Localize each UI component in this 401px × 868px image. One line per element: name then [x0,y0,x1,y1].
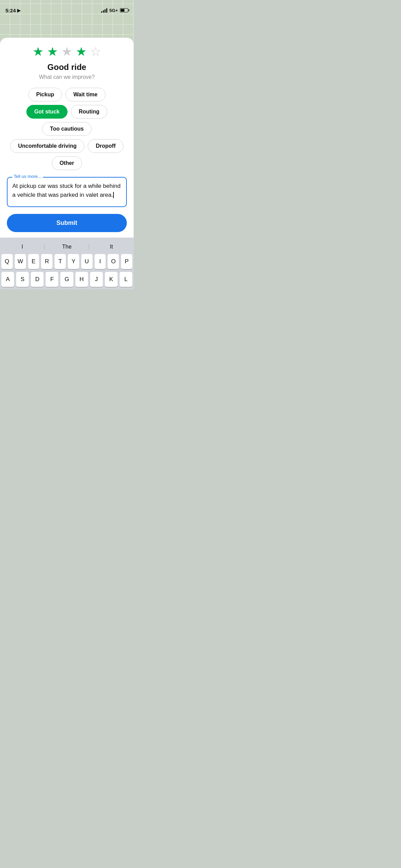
feedback-textarea-container[interactable]: Tell us more... At pickup car was stuck … [7,177,127,207]
key-q[interactable]: Q [1,254,13,269]
chip-wait-time[interactable]: Wait time [65,88,106,101]
star-2[interactable]: ★ [47,45,58,59]
chip-uncomfortable-driving[interactable]: Uncomfortable driving [10,139,85,153]
submit-button[interactable]: Submit [7,214,127,232]
key-d[interactable]: D [31,272,44,287]
keyboard: I The It Q W E R T Y U I O P A S [0,238,134,289]
chip-got-stuck[interactable]: Got stuck [26,105,68,119]
battery-icon [120,8,128,12]
key-r[interactable]: R [41,254,52,269]
suggestion-i[interactable]: I [0,242,45,251]
chip-too-cautious[interactable]: Too cautious [42,122,92,136]
star-1[interactable]: ★ [33,45,44,59]
key-w[interactable]: W [15,254,26,269]
suggestions-row: I The It [0,240,134,254]
status-time: 5:24 ▶ [5,8,21,13]
chip-pickup[interactable]: Pickup [28,88,62,101]
location-icon: ▶ [17,8,21,13]
key-f[interactable]: F [46,272,58,287]
key-row-2: A S D F G H J K L [1,272,132,287]
chip-dropoff[interactable]: Dropoff [88,139,123,153]
suggestion-it[interactable]: It [89,242,134,251]
chip-routing[interactable]: Routing [71,105,107,119]
network-label: 5G+ [109,8,118,13]
bottom-sheet: ★ ★ ★ ★ ☆ Good ride What can we improve?… [0,38,134,289]
textarea-label: Tell us more... [12,174,43,179]
suggestion-the[interactable]: The [45,242,89,251]
signal-bars [101,8,107,13]
key-t[interactable]: T [54,254,66,269]
key-k[interactable]: K [105,272,118,287]
key-p[interactable]: P [121,254,132,269]
star-4[interactable]: ★ [76,45,87,59]
key-y[interactable]: Y [68,254,79,269]
key-a[interactable]: A [1,272,14,287]
key-j[interactable]: J [90,272,103,287]
textarea-content[interactable]: At pickup car was stuck for a while behi… [12,182,121,202]
key-rows: Q W E R T Y U I O P A S D F G H J K [0,254,134,289]
key-u[interactable]: U [81,254,93,269]
rating-title: Good ride [0,62,134,72]
star-5[interactable]: ☆ [90,45,101,59]
status-indicators: 5G+ [101,8,128,13]
chips-container: Pickup Wait time Got stuck Routing Too c… [0,88,134,170]
time-label: 5:24 [5,8,16,13]
rating-subtitle: What can we improve? [0,74,134,80]
key-s[interactable]: S [16,272,29,287]
status-bar: 5:24 ▶ 5G+ [0,0,134,16]
chip-other[interactable]: Other [52,156,82,170]
key-e[interactable]: E [28,254,39,269]
star-3[interactable]: ★ [61,45,72,59]
key-o[interactable]: O [108,254,119,269]
key-h[interactable]: H [75,272,88,287]
key-g[interactable]: G [60,272,73,287]
key-l[interactable]: L [120,272,132,287]
key-i[interactable]: I [95,254,106,269]
key-row-1: Q W E R T Y U I O P [1,254,132,269]
stars-container: ★ ★ ★ ★ ☆ [0,38,134,62]
